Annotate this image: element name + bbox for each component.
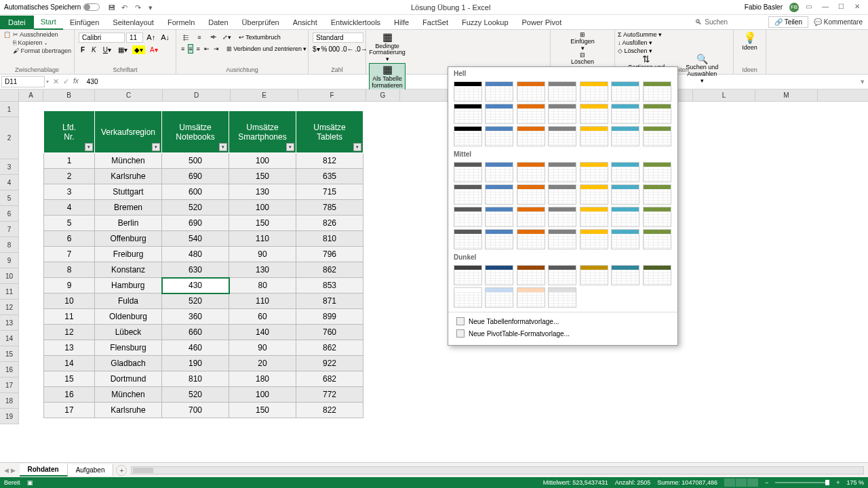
table-cell[interactable]: 1: [44, 153, 95, 169]
table-cell[interactable]: 690: [162, 169, 229, 184]
align-top-icon[interactable]: ⬱: [180, 33, 191, 42]
table-cell[interactable]: 360: [162, 309, 229, 325]
table-style-swatch[interactable]: [454, 287, 482, 308]
col-header-L[interactable]: L: [693, 89, 755, 101]
align-middle-icon[interactable]: ≡: [194, 33, 205, 42]
sheet-nav[interactable]: ◀ ▶: [0, 467, 20, 474]
table-style-swatch[interactable]: [611, 184, 639, 205]
table-cell[interactable]: Hamburg: [95, 278, 162, 293]
row-header[interactable]: 18: [0, 393, 19, 409]
table-cell[interactable]: München: [95, 387, 162, 403]
col-header-G[interactable]: G: [366, 89, 400, 101]
table-style-swatch[interactable]: [611, 162, 639, 182]
row-header[interactable]: 9: [0, 253, 19, 268]
table-cell[interactable]: 690: [162, 216, 229, 231]
zoom-in-icon[interactable]: +: [836, 479, 840, 486]
underline-button[interactable]: U▾: [101, 45, 113, 54]
col-header-A[interactable]: A: [19, 89, 43, 101]
table-style-swatch[interactable]: [643, 265, 671, 285]
table-cell[interactable]: 922: [296, 356, 363, 371]
zoom-out-icon[interactable]: −: [765, 479, 768, 486]
table-style-swatch[interactable]: [454, 162, 482, 182]
row-header[interactable]: 4: [0, 175, 19, 190]
table-cell[interactable]: 480: [162, 247, 229, 262]
table-style-swatch[interactable]: [580, 207, 608, 227]
table-style-swatch[interactable]: [454, 229, 482, 249]
table-style-swatch[interactable]: [548, 229, 576, 249]
qat-dropdown-icon[interactable]: ▾: [149, 3, 157, 12]
sheet-tab-rohdaten[interactable]: Rohdaten: [20, 464, 68, 476]
table-cell[interactable]: 520: [162, 387, 229, 403]
table-cell[interactable]: 17: [44, 403, 95, 418]
number-format-select[interactable]: Standard: [313, 33, 363, 43]
table-style-swatch[interactable]: [517, 126, 545, 146]
table-cell[interactable]: 16: [44, 387, 95, 403]
share-button[interactable]: 🔗 Teilen: [768, 16, 808, 28]
align-left-icon[interactable]: ≡: [180, 44, 185, 54]
table-cell[interactable]: 90: [229, 340, 296, 356]
table-cell[interactable]: München: [95, 153, 162, 169]
table-cell[interactable]: 5: [44, 216, 95, 231]
table-style-swatch[interactable]: [454, 184, 482, 205]
table-header[interactable]: Verkaufsregion▾: [95, 111, 162, 153]
zoom-slider[interactable]: [775, 482, 829, 483]
table-style-swatch[interactable]: [485, 162, 513, 182]
table-cell[interactable]: 540: [162, 231, 229, 247]
table-cell[interactable]: Lübeck: [95, 325, 162, 340]
table-style-swatch[interactable]: [548, 81, 576, 102]
table-cell[interactable]: 90: [229, 247, 296, 262]
table-style-swatch[interactable]: [611, 126, 639, 146]
table-cell[interactable]: 110: [229, 293, 296, 309]
table-style-swatch[interactable]: [580, 104, 608, 124]
new-pivot-style-button[interactable]: Neue PivotTable-Formatvorlage...: [454, 327, 672, 340]
tab-formulas[interactable]: Formeln: [161, 16, 201, 29]
table-style-swatch[interactable]: [580, 162, 608, 182]
table-cell[interactable]: 3: [44, 184, 95, 200]
view-normal-icon[interactable]: [724, 479, 735, 487]
table-cell[interactable]: 150: [229, 216, 296, 231]
table-cell[interactable]: 853: [296, 278, 363, 293]
table-cell[interactable]: 810: [162, 371, 229, 387]
filter-icon[interactable]: ▾: [85, 143, 93, 151]
name-box[interactable]: D11: [1, 76, 45, 87]
table-style-swatch[interactable]: [517, 81, 545, 102]
tab-start[interactable]: Start: [34, 15, 63, 30]
clear-button[interactable]: ◇ Löschen ▾: [618, 47, 730, 54]
table-style-swatch[interactable]: [643, 229, 671, 249]
ideas-button[interactable]: 💡 Ideen: [735, 31, 764, 51]
zoom-level[interactable]: 175 %: [846, 479, 864, 486]
increase-font-icon[interactable]: A↑: [144, 33, 157, 43]
font-name-select[interactable]: Calibri: [79, 33, 125, 43]
row-header[interactable]: 19: [0, 409, 19, 424]
copy-button[interactable]: ⎘ Kopieren ▾: [13, 39, 71, 46]
tab-review[interactable]: Überprüfen: [235, 16, 286, 29]
view-pagelayout-icon[interactable]: [736, 479, 747, 487]
table-cell[interactable]: 100: [229, 153, 296, 169]
table-cell[interactable]: 520: [162, 293, 229, 309]
row-header[interactable]: 5: [0, 190, 19, 206]
table-cell[interactable]: Freiburg: [95, 247, 162, 262]
table-style-swatch[interactable]: [580, 265, 608, 285]
filter-icon[interactable]: ▾: [152, 143, 160, 151]
table-cell[interactable]: 130: [229, 184, 296, 200]
table-cell[interactable]: 150: [229, 169, 296, 184]
table-header[interactable]: Lfd. Nr.▾: [44, 111, 95, 153]
table-style-swatch[interactable]: [643, 162, 671, 182]
table-style-swatch[interactable]: [517, 229, 545, 249]
filter-icon[interactable]: ▾: [286, 143, 294, 151]
table-style-swatch[interactable]: [485, 184, 513, 205]
record-macro-icon[interactable]: ▣: [27, 479, 33, 486]
currency-icon[interactable]: $▾: [313, 45, 320, 53]
table-cell[interactable]: 12: [44, 325, 95, 340]
filter-icon[interactable]: ▾: [219, 143, 227, 151]
table-cell[interactable]: 630: [162, 262, 229, 278]
row-header[interactable]: 3: [0, 159, 19, 175]
table-style-swatch[interactable]: [454, 126, 482, 146]
conditional-format-button[interactable]: ▦ Bedingte Formatierung▾: [369, 31, 406, 63]
table-style-swatch[interactable]: [580, 229, 608, 249]
autosum-button[interactable]: Σ AutoSumme ▾: [618, 31, 730, 38]
table-cell[interactable]: Karlsruhe: [95, 403, 162, 418]
table-cell[interactable]: 810: [296, 231, 363, 247]
align-bottom-icon[interactable]: ⬲: [208, 33, 218, 42]
autosave-toggle[interactable]: Automatisches Speichern: [4, 3, 100, 11]
